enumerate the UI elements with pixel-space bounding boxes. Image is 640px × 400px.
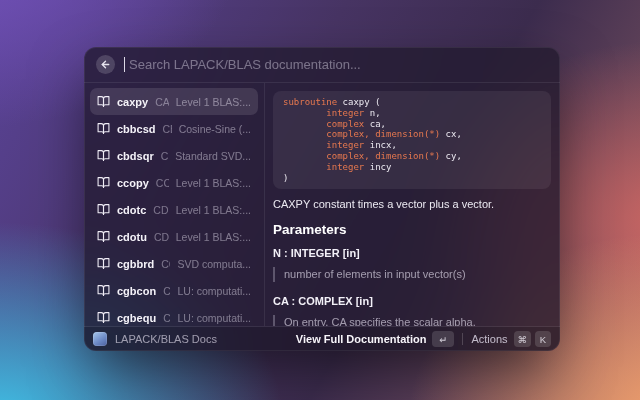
routine-category: LU: computati...: [177, 285, 251, 297]
routine-category: Level 1 BLAS:...: [176, 204, 251, 216]
routine-subtitle: CCOPY...: [156, 177, 169, 189]
content-area: caxpy CAXPY... Level 1 BLAS:... cbbcsd C…: [84, 83, 560, 326]
list-item[interactable]: cgbequ CGBE... LU: computati...: [90, 304, 258, 326]
back-button[interactable]: [96, 55, 115, 74]
enter-keycap: ↵: [432, 331, 454, 347]
parameter-doc: On entry, CA specifies the scalar alpha.: [273, 315, 551, 326]
list-item[interactable]: cbdsqr CBDS... Standard SVD...: [90, 142, 258, 169]
list-item[interactable]: cdotu CDOTU... Level 1 BLAS:...: [90, 223, 258, 250]
routine-category: Standard SVD...: [175, 150, 251, 162]
footer: LAPACK/BLAS Docs View Full Documentation…: [84, 327, 560, 351]
routine-name: cgbequ: [117, 312, 156, 324]
book-open-icon: [97, 284, 110, 297]
parameter-name: N : INTEGER [in]: [273, 247, 551, 259]
list-item[interactable]: cgbbrd CGBBR... SVD computa...: [90, 250, 258, 277]
code-line: complex, dimension(*) cx,: [283, 129, 541, 140]
code-line: integer n,: [283, 108, 541, 119]
parameter-block: CA : COMPLEX [in] On entry, CA specifies…: [273, 295, 551, 326]
routine-subtitle: CAXPY...: [155, 96, 169, 108]
list-item[interactable]: cgbcon CGBC... LU: computati...: [90, 277, 258, 304]
text-caret: [124, 57, 125, 72]
code-line: complex, dimension(*) cy,: [283, 151, 541, 162]
routine-category: LU: computati...: [177, 312, 251, 324]
code-line: integer incy: [283, 162, 541, 173]
command-palette-window: caxpy CAXPY... Level 1 BLAS:... cbbcsd C…: [84, 47, 560, 351]
routine-name: cdotu: [117, 231, 147, 243]
view-full-documentation-button[interactable]: View Full Documentation ↵: [296, 331, 455, 347]
parameters-heading: Parameters: [273, 222, 551, 237]
routine-subtitle: CGBC...: [163, 285, 170, 297]
routine-category: SVD computa...: [177, 258, 251, 270]
footer-separator: [462, 333, 463, 345]
routine-subtitle: CGBE...: [163, 312, 170, 324]
actions-keys: ⌘K: [514, 331, 552, 347]
code-line: subroutine caxpy (: [283, 97, 541, 108]
routine-category: Level 1 BLAS:...: [176, 177, 251, 189]
code-line: integer incx,: [283, 140, 541, 151]
routine-name: cbdsqr: [117, 150, 154, 162]
routine-subtitle: CDOTU...: [154, 231, 169, 243]
arrow-left-icon: [100, 59, 111, 70]
book-open-icon: [97, 230, 110, 243]
parameter-block: N : INTEGER [in] number of elements in i…: [273, 247, 551, 282]
code-line: complex ca,: [283, 119, 541, 130]
search-input[interactable]: [129, 57, 548, 72]
parameters-list: N : INTEGER [in] number of elements in i…: [273, 247, 551, 326]
code-line: ): [283, 173, 541, 184]
routine-subtitle: CGBBR...: [161, 258, 170, 270]
book-open-icon: [97, 176, 110, 189]
list-item[interactable]: caxpy CAXPY... Level 1 BLAS:...: [90, 88, 258, 115]
book-open-icon: [97, 149, 110, 162]
routine-subtitle: CBDS...: [161, 150, 168, 162]
parameter-doc: number of elements in input vector(s): [273, 267, 551, 282]
actions-button[interactable]: Actions ⌘K: [471, 331, 551, 347]
book-open-icon: [97, 257, 110, 270]
routine-name: cgbbrd: [117, 258, 154, 270]
shortcut-keycap: ⌘: [514, 331, 532, 347]
function-description: CAXPY constant times a vector plus a vec…: [273, 198, 551, 210]
app-icon: [93, 332, 107, 346]
detail-pane: subroutine caxpy ( integer n, complex ca…: [265, 83, 560, 326]
shortcut-keycap: K: [535, 331, 551, 347]
book-open-icon: [97, 311, 110, 324]
app-name: LAPACK/BLAS Docs: [115, 333, 217, 345]
desktop-background: caxpy CAXPY... Level 1 BLAS:... cbbcsd C…: [0, 0, 640, 400]
list-item[interactable]: cdotc CDOTC... Level 1 BLAS:...: [90, 196, 258, 223]
parameter-name: CA : COMPLEX [in]: [273, 295, 551, 307]
book-open-icon: [97, 203, 110, 216]
routine-subtitle: CDOTC...: [153, 204, 168, 216]
code-block: subroutine caxpy ( integer n, complex ca…: [273, 91, 551, 189]
results-list: caxpy CAXPY... Level 1 BLAS:... cbbcsd C…: [84, 83, 264, 326]
book-open-icon: [97, 95, 110, 108]
book-open-icon: [97, 122, 110, 135]
routine-name: cgbcon: [117, 285, 156, 297]
routine-name: caxpy: [117, 96, 148, 108]
routine-name: cbbcsd: [117, 123, 156, 135]
routine-category: Level 1 BLAS:...: [176, 231, 251, 243]
routine-name: ccopy: [117, 177, 149, 189]
actions-label: Actions: [471, 333, 507, 345]
routine-category: Level 1 BLAS:...: [176, 96, 251, 108]
primary-action-label: View Full Documentation: [296, 333, 427, 345]
routine-subtitle: CBBC...: [163, 123, 172, 135]
search-bar: [84, 47, 560, 82]
routine-name: cdotc: [117, 204, 146, 216]
routine-category: Cosine-Sine (...: [179, 123, 251, 135]
list-item[interactable]: ccopy CCOPY... Level 1 BLAS:...: [90, 169, 258, 196]
list-item[interactable]: cbbcsd CBBC... Cosine-Sine (...: [90, 115, 258, 142]
